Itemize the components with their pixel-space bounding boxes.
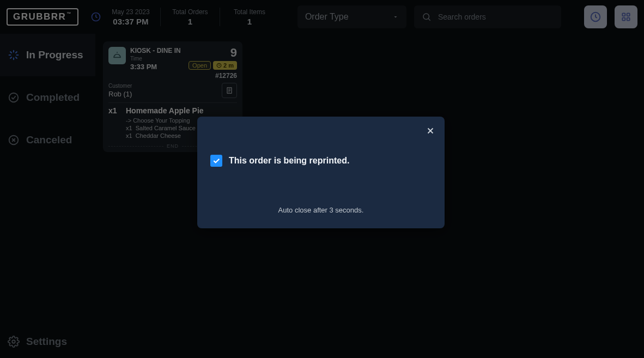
modal-message: This order is being reprinted. — [229, 156, 349, 166]
modal-autoclose-text: Auto close after 3 seconds. — [210, 206, 432, 214]
reprint-modal: This order is being reprinted. Auto clos… — [197, 117, 445, 228]
close-button[interactable] — [424, 124, 437, 137]
checkbox-checked-icon — [210, 155, 222, 167]
close-icon — [426, 126, 435, 136]
